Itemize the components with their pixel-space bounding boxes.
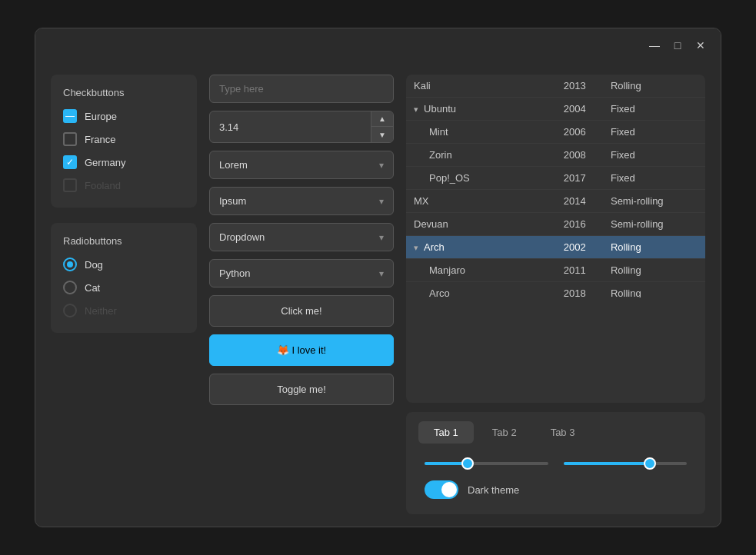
check-europe-label: Europe bbox=[85, 111, 117, 122]
spinner-buttons: ▲ ▼ bbox=[371, 111, 393, 142]
table-row[interactable]: Arco2018Rolling bbox=[406, 282, 705, 298]
tab-3[interactable]: Tab 3 bbox=[535, 421, 591, 444]
table-cell-type: Rolling bbox=[603, 75, 705, 98]
checkbuttons-section: Checkbuttons — Europe France ✓ Germany bbox=[51, 75, 197, 208]
check-france[interactable]: France bbox=[63, 132, 185, 146]
radio-dog-circle[interactable] bbox=[63, 258, 77, 271]
tab-2[interactable]: Tab 2 bbox=[477, 421, 532, 444]
check-germany[interactable]: ✓ Germany bbox=[63, 155, 185, 169]
maximize-button[interactable]: □ bbox=[667, 35, 688, 56]
table-cell-name: Kali bbox=[406, 75, 547, 98]
table-cell-year: 2006 bbox=[547, 121, 603, 144]
radio-cat-circle[interactable] bbox=[63, 281, 77, 294]
chevron-down-icon: ▾ bbox=[379, 232, 384, 243]
check-fooland-box bbox=[63, 178, 77, 192]
titlebar: — □ ✕ bbox=[35, 28, 721, 62]
distro-table: Kali2013Rolling▾ Ubuntu2004FixedMint2006… bbox=[406, 75, 705, 297]
table-row[interactable]: ▾ Ubuntu2004Fixed bbox=[406, 98, 705, 121]
dropdown-python[interactable]: Python ▾ bbox=[209, 259, 394, 287]
check-fooland-label: Fooland bbox=[85, 180, 121, 191]
table-cell-year: 2013 bbox=[547, 75, 603, 98]
table-cell-name: Pop!_OS bbox=[406, 167, 547, 190]
dropdown-dropdown-value: Dropdown bbox=[219, 231, 379, 243]
slider-2[interactable] bbox=[564, 456, 688, 471]
table-cell-name: Arco bbox=[406, 282, 547, 298]
spinner-row: 3.14 ▲ ▼ bbox=[209, 111, 394, 143]
spinner-value: 3.14 bbox=[210, 114, 371, 141]
table-cell-type: Rolling bbox=[603, 282, 705, 298]
table-cell-year: 2011 bbox=[547, 259, 603, 282]
dropdown-lorem[interactable]: Lorem ▾ bbox=[209, 151, 394, 179]
radio-cat[interactable]: Cat bbox=[63, 281, 185, 294]
table-cell-name: Devuan bbox=[406, 213, 547, 236]
slider-1-track bbox=[425, 462, 548, 465]
dark-theme-label: Dark theme bbox=[468, 484, 519, 496]
minimize-button[interactable]: — bbox=[644, 35, 665, 56]
dropdown-python-value: Python bbox=[219, 268, 379, 279]
table-row[interactable]: ▾ Arch2002Rolling bbox=[406, 236, 705, 259]
table-cell-year: 2018 bbox=[547, 282, 603, 298]
tab-1[interactable]: Tab 1 bbox=[418, 421, 474, 444]
app-window: — □ ✕ Checkbuttons — Europe France bbox=[35, 28, 721, 527]
check-france-label: France bbox=[85, 134, 115, 145]
table-row[interactable]: Pop!_OS2017Fixed bbox=[406, 167, 705, 190]
table-row[interactable]: Zorin2008Fixed bbox=[406, 144, 705, 167]
table-cell-year: 2002 bbox=[547, 236, 603, 259]
check-europe[interactable]: — Europe bbox=[63, 109, 185, 123]
check-france-box[interactable] bbox=[63, 132, 77, 146]
dropdown-dropdown[interactable]: Dropdown ▾ bbox=[209, 223, 394, 251]
tabs-section: Tab 1 Tab 2 Tab 3 bbox=[406, 412, 705, 514]
table-row[interactable]: Devuan2016Semi-rolling bbox=[406, 213, 705, 236]
close-button[interactable]: ✕ bbox=[690, 35, 711, 56]
toggle-me-button[interactable]: Toggle me! bbox=[209, 374, 394, 405]
i-love-it-label: I love it! bbox=[291, 344, 326, 356]
table-cell-type: Fixed bbox=[603, 167, 705, 190]
middle-panel: 3.14 ▲ ▼ Lorem ▾ Ipsum ▾ Dropdown ▾ Pyth… bbox=[209, 75, 394, 514]
radio-neither-circle bbox=[63, 304, 77, 317]
table-cell-year: 2016 bbox=[547, 213, 603, 236]
check-germany-box[interactable]: ✓ bbox=[63, 155, 77, 169]
slider-2-thumb[interactable] bbox=[644, 457, 656, 470]
i-love-it-button[interactable]: 🦊 I love it! bbox=[209, 334, 394, 366]
table-cell-name: Manjaro bbox=[406, 259, 547, 282]
table-cell-type: Fixed bbox=[603, 144, 705, 167]
slider-1[interactable] bbox=[425, 456, 548, 471]
check-fooland: Fooland bbox=[63, 178, 185, 192]
table-row[interactable]: Mint2006Fixed bbox=[406, 121, 705, 144]
check-europe-box[interactable]: — bbox=[63, 109, 77, 123]
table-cell-name: ▾ Ubuntu bbox=[406, 98, 547, 121]
table-cell-type: Rolling bbox=[603, 236, 705, 259]
fox-icon: 🦊 bbox=[277, 344, 289, 356]
table-cell-name: MX bbox=[406, 190, 547, 213]
table-row[interactable]: MX2014Semi-rolling bbox=[406, 190, 705, 213]
expand-icon[interactable]: ▾ bbox=[414, 243, 421, 252]
check-germany-label: Germany bbox=[85, 157, 125, 168]
tree-scroll-area[interactable]: Kali2013Rolling▾ Ubuntu2004FixedMint2006… bbox=[406, 75, 705, 297]
table-cell-type: Rolling bbox=[603, 259, 705, 282]
toggle-thumb bbox=[441, 482, 457, 497]
click-me-button[interactable]: Click me! bbox=[209, 295, 394, 327]
radiobuttons-section: Radiobuttons Dog Cat Neither bbox=[51, 223, 197, 333]
spinner-up-button[interactable]: ▲ bbox=[371, 111, 393, 127]
dark-theme-toggle[interactable] bbox=[425, 480, 458, 499]
expand-icon[interactable]: ▾ bbox=[414, 105, 421, 114]
slider-2-fill bbox=[564, 462, 650, 465]
sliders-row bbox=[418, 456, 693, 480]
table-row[interactable]: Kali2013Rolling bbox=[406, 75, 705, 98]
tree-table: Kali2013Rolling▾ Ubuntu2004FixedMint2006… bbox=[406, 75, 705, 403]
slider-1-thumb[interactable] bbox=[461, 457, 474, 470]
radio-cat-label: Cat bbox=[85, 282, 100, 294]
text-input[interactable] bbox=[209, 75, 394, 103]
toggle-row: Dark theme bbox=[418, 480, 693, 499]
table-row[interactable]: Manjaro2011Rolling bbox=[406, 259, 705, 282]
radio-dog[interactable]: Dog bbox=[63, 258, 185, 271]
table-cell-name: ▾ Arch bbox=[406, 236, 547, 259]
slider-2-track bbox=[564, 462, 688, 465]
checkbuttons-title: Checkbuttons bbox=[63, 87, 185, 98]
tab-bar: Tab 1 Tab 2 Tab 3 bbox=[418, 421, 693, 444]
spinner-down-button[interactable]: ▼ bbox=[371, 127, 393, 142]
table-cell-year: 2008 bbox=[547, 144, 603, 167]
dropdown-ipsum[interactable]: Ipsum ▾ bbox=[209, 187, 394, 215]
chevron-down-icon: ▾ bbox=[379, 268, 384, 279]
main-content: Checkbuttons — Europe France ✓ Germany bbox=[35, 62, 721, 527]
